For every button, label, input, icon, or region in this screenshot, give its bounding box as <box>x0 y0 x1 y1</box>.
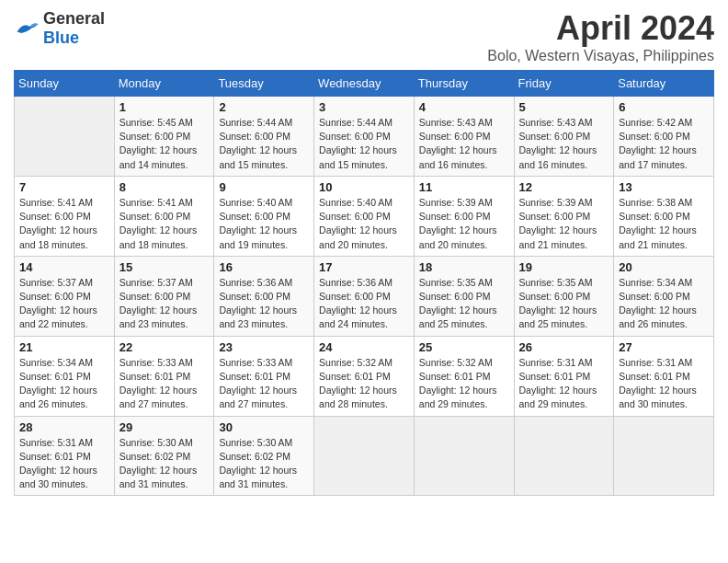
calendar-cell: 23Sunrise: 5:33 AMSunset: 6:01 PMDayligh… <box>214 336 314 416</box>
day-number: 1 <box>119 100 210 114</box>
day-number: 23 <box>219 340 309 354</box>
header-saturday: Saturday <box>614 71 714 97</box>
day-number: 9 <box>219 180 309 194</box>
calendar-cell: 14Sunrise: 5:37 AMSunset: 6:00 PMDayligh… <box>15 256 115 336</box>
day-number: 21 <box>19 340 109 354</box>
day-number: 10 <box>319 180 409 194</box>
calendar-cell: 8Sunrise: 5:41 AMSunset: 6:00 PMDaylight… <box>114 176 214 256</box>
calendar-cell <box>15 97 115 177</box>
calendar-cell: 17Sunrise: 5:36 AMSunset: 6:00 PMDayligh… <box>314 256 415 336</box>
calendar-cell <box>514 416 614 496</box>
calendar-cell: 19Sunrise: 5:35 AMSunset: 6:00 PMDayligh… <box>514 256 614 336</box>
day-number: 16 <box>219 260 309 274</box>
calendar-cell: 16Sunrise: 5:36 AMSunset: 6:00 PMDayligh… <box>214 256 314 336</box>
day-info: Sunrise: 5:33 AMSunset: 6:01 PMDaylight:… <box>119 356 210 412</box>
day-number: 14 <box>19 260 109 274</box>
calendar-cell: 21Sunrise: 5:34 AMSunset: 6:01 PMDayligh… <box>15 336 115 416</box>
calendar-cell <box>314 416 415 496</box>
day-number: 3 <box>319 100 409 114</box>
calendar-header: SundayMondayTuesdayWednesdayThursdayFrid… <box>15 71 714 97</box>
day-info: Sunrise: 5:34 AMSunset: 6:01 PMDaylight:… <box>19 356 109 412</box>
day-info: Sunrise: 5:37 AMSunset: 6:00 PMDaylight:… <box>119 276 210 332</box>
calendar-cell: 20Sunrise: 5:34 AMSunset: 6:00 PMDayligh… <box>614 256 714 336</box>
day-number: 12 <box>519 180 609 194</box>
day-number: 29 <box>119 420 210 434</box>
day-number: 24 <box>319 340 409 354</box>
calendar-cell: 15Sunrise: 5:37 AMSunset: 6:00 PMDayligh… <box>114 256 214 336</box>
day-info: Sunrise: 5:32 AMSunset: 6:01 PMDaylight:… <box>319 356 409 412</box>
calendar-cell: 2Sunrise: 5:44 AMSunset: 6:00 PMDaylight… <box>214 97 314 177</box>
calendar-cell: 28Sunrise: 5:31 AMSunset: 6:01 PMDayligh… <box>15 416 115 496</box>
header-thursday: Thursday <box>414 71 514 97</box>
month-title: April 2024 <box>487 9 714 48</box>
calendar-table: SundayMondayTuesdayWednesdayThursdayFrid… <box>14 70 714 496</box>
day-number: 7 <box>19 180 109 194</box>
calendar-cell: 6Sunrise: 5:42 AMSunset: 6:00 PMDaylight… <box>614 97 714 177</box>
day-info: Sunrise: 5:37 AMSunset: 6:00 PMDaylight:… <box>19 276 109 332</box>
week-row-0: 1Sunrise: 5:45 AMSunset: 6:00 PMDaylight… <box>15 97 714 177</box>
day-info: Sunrise: 5:44 AMSunset: 6:00 PMDaylight:… <box>219 116 309 172</box>
calendar-cell: 24Sunrise: 5:32 AMSunset: 6:01 PMDayligh… <box>314 336 415 416</box>
header-sunday: Sunday <box>15 71 115 97</box>
day-info: Sunrise: 5:42 AMSunset: 6:00 PMDaylight:… <box>619 116 709 172</box>
title-block: April 2024 Bolo, Western Visayas, Philip… <box>487 9 714 64</box>
day-info: Sunrise: 5:31 AMSunset: 6:01 PMDaylight:… <box>19 436 109 492</box>
day-info: Sunrise: 5:39 AMSunset: 6:00 PMDaylight:… <box>419 196 509 252</box>
day-info: Sunrise: 5:32 AMSunset: 6:01 PMDaylight:… <box>419 356 509 412</box>
calendar-cell <box>614 416 714 496</box>
day-number: 8 <box>119 180 210 194</box>
day-number: 30 <box>219 420 309 434</box>
calendar-cell: 10Sunrise: 5:40 AMSunset: 6:00 PMDayligh… <box>314 176 415 256</box>
day-number: 27 <box>619 340 709 354</box>
logo-blue: Blue <box>43 29 79 47</box>
calendar-cell: 11Sunrise: 5:39 AMSunset: 6:00 PMDayligh… <box>414 176 514 256</box>
day-info: Sunrise: 5:40 AMSunset: 6:00 PMDaylight:… <box>319 196 409 252</box>
calendar-cell: 3Sunrise: 5:44 AMSunset: 6:00 PMDaylight… <box>314 97 415 177</box>
header-row: SundayMondayTuesdayWednesdayThursdayFrid… <box>15 71 714 97</box>
week-row-1: 7Sunrise: 5:41 AMSunset: 6:00 PMDaylight… <box>15 176 714 256</box>
day-info: Sunrise: 5:34 AMSunset: 6:00 PMDaylight:… <box>619 276 709 332</box>
day-info: Sunrise: 5:33 AMSunset: 6:01 PMDaylight:… <box>219 356 309 412</box>
logo-general: General <box>43 9 105 28</box>
day-number: 15 <box>119 260 210 274</box>
calendar-cell: 5Sunrise: 5:43 AMSunset: 6:00 PMDaylight… <box>514 97 614 177</box>
day-number: 11 <box>419 180 509 194</box>
calendar-cell: 9Sunrise: 5:40 AMSunset: 6:00 PMDaylight… <box>214 176 314 256</box>
day-info: Sunrise: 5:30 AMSunset: 6:02 PMDaylight:… <box>219 436 309 492</box>
calendar-cell <box>414 416 514 496</box>
day-info: Sunrise: 5:45 AMSunset: 6:00 PMDaylight:… <box>119 116 210 172</box>
day-number: 20 <box>619 260 709 274</box>
day-info: Sunrise: 5:38 AMSunset: 6:00 PMDaylight:… <box>619 196 709 252</box>
logo-bird-icon <box>14 18 40 39</box>
header-tuesday: Tuesday <box>214 71 314 97</box>
day-info: Sunrise: 5:40 AMSunset: 6:00 PMDaylight:… <box>219 196 309 252</box>
week-row-4: 28Sunrise: 5:31 AMSunset: 6:01 PMDayligh… <box>15 416 714 496</box>
calendar-cell: 22Sunrise: 5:33 AMSunset: 6:01 PMDayligh… <box>114 336 214 416</box>
calendar-cell: 12Sunrise: 5:39 AMSunset: 6:00 PMDayligh… <box>514 176 614 256</box>
calendar-cell: 1Sunrise: 5:45 AMSunset: 6:00 PMDaylight… <box>114 97 214 177</box>
calendar-cell: 30Sunrise: 5:30 AMSunset: 6:02 PMDayligh… <box>214 416 314 496</box>
calendar-cell: 18Sunrise: 5:35 AMSunset: 6:00 PMDayligh… <box>414 256 514 336</box>
day-number: 19 <box>519 260 609 274</box>
day-info: Sunrise: 5:43 AMSunset: 6:00 PMDaylight:… <box>419 116 509 172</box>
day-number: 4 <box>419 100 509 114</box>
day-info: Sunrise: 5:39 AMSunset: 6:00 PMDaylight:… <box>519 196 609 252</box>
day-info: Sunrise: 5:30 AMSunset: 6:02 PMDaylight:… <box>119 436 210 492</box>
header-wednesday: Wednesday <box>314 71 415 97</box>
day-info: Sunrise: 5:41 AMSunset: 6:00 PMDaylight:… <box>19 196 109 252</box>
day-number: 26 <box>519 340 609 354</box>
location-title: Bolo, Western Visayas, Philippines <box>487 48 714 64</box>
day-number: 25 <box>419 340 509 354</box>
calendar-cell: 7Sunrise: 5:41 AMSunset: 6:00 PMDaylight… <box>15 176 115 256</box>
day-number: 22 <box>119 340 210 354</box>
day-number: 18 <box>419 260 509 274</box>
day-number: 2 <box>219 100 309 114</box>
page-header: General Blue April 2024 Bolo, Western Vi… <box>14 9 714 64</box>
day-info: Sunrise: 5:35 AMSunset: 6:00 PMDaylight:… <box>519 276 609 332</box>
day-number: 13 <box>619 180 709 194</box>
calendar-cell: 26Sunrise: 5:31 AMSunset: 6:01 PMDayligh… <box>514 336 614 416</box>
logo-text: General Blue <box>43 9 105 48</box>
calendar-cell: 13Sunrise: 5:38 AMSunset: 6:00 PMDayligh… <box>614 176 714 256</box>
calendar-cell: 29Sunrise: 5:30 AMSunset: 6:02 PMDayligh… <box>114 416 214 496</box>
calendar-body: 1Sunrise: 5:45 AMSunset: 6:00 PMDaylight… <box>15 97 714 496</box>
